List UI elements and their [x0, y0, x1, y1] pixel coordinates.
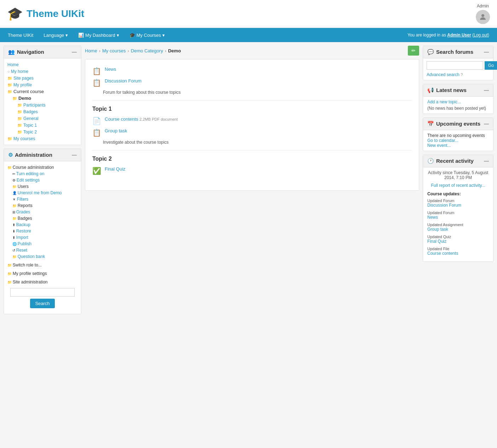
course-section-topic1: Topic 1 📄 Course contents 2.2MB PDF docu… [92, 106, 412, 150]
nav-item-topic2: Topic 2 [7, 128, 77, 135]
breadcrumb-mycourses[interactable]: My courses [102, 48, 126, 53]
search-forums-header: 💬Search forums — [423, 46, 493, 58]
nav-item-currentcourse: Current course [7, 88, 77, 95]
no-news-text: (No news has been posted yet) [427, 106, 486, 111]
navbar-courses[interactable]: 🎓My Courses ▾ [125, 30, 169, 41]
admin-user-link[interactable]: Admin User [447, 33, 471, 38]
admin-link-import[interactable]: Import [16, 235, 28, 240]
nav-link-sitepages[interactable]: Site pages [13, 76, 34, 81]
site-search-input[interactable] [10, 288, 75, 297]
admin-publish: Publish [7, 241, 77, 247]
administration-block-header: ⚙Administration — [4, 149, 81, 161]
nav-link-badges[interactable]: Badges [23, 109, 38, 114]
logo: 🎓 Theme UIKit [7, 6, 84, 21]
site-search-button[interactable]: Search [30, 299, 54, 308]
admin-restore: Restore [7, 228, 77, 234]
admin-link-reset[interactable]: Reset [16, 248, 27, 253]
coursecontents-item-text: Course contents 2.2MB PDF document [105, 116, 178, 122]
admin-grades: Grades [7, 209, 77, 215]
navbar-dashboard[interactable]: 📊My Dashboard ▾ [74, 30, 123, 41]
nav-tree: Home My home Site pages My profile Curre… [7, 61, 77, 142]
breadcrumb-democategory[interactable]: Demo Category [131, 48, 163, 53]
grouptask-desc: Investigate about the course topics [103, 140, 412, 145]
update-item-3: Updated Assignment Group task [427, 223, 489, 232]
navbar-language[interactable]: Language ▾ [39, 30, 72, 41]
breadcrumb-home[interactable]: Home [85, 48, 97, 53]
logout-link[interactable]: Log out [474, 33, 488, 38]
latest-news-minimize[interactable]: — [484, 87, 489, 93]
coursecontents-meta: 2.2MB PDF document [139, 117, 178, 121]
main-layout: 👥Navigation — Home My home Site pages My… [0, 42, 497, 318]
grouptask-link[interactable]: Group task [105, 128, 127, 133]
recent-activity-minimize[interactable]: — [484, 158, 489, 164]
search-forums-minimize[interactable]: — [484, 49, 489, 55]
admin-link-turn-editing[interactable]: Turn editing on [16, 171, 45, 176]
finalquiz-link[interactable]: Final Quiz [105, 166, 126, 172]
admin-link-publish[interactable]: Publish [18, 241, 31, 246]
update-link-3[interactable]: Group task [427, 227, 489, 232]
recent-activity-header: 🕐Recent activity — [423, 155, 493, 167]
search-forums-go-button[interactable]: Go [485, 61, 497, 70]
advanced-search-link[interactable]: Advanced search [427, 72, 460, 77]
nav-link-myhome[interactable]: My home [11, 69, 28, 74]
go-to-calendar-link[interactable]: Go to calendar... [427, 138, 489, 143]
nav-link-participants[interactable]: Participants [23, 103, 46, 108]
nav-link-home[interactable]: Home [7, 62, 19, 67]
navigation-minimize[interactable]: — [72, 49, 77, 55]
update-type-2: Updated Forum [427, 211, 489, 215]
breadcrumb-bar: Home › My courses › Demo Category › Demo… [85, 46, 419, 56]
advanced-search-help-icon: ? [461, 73, 463, 77]
update-link-2[interactable]: News [427, 215, 489, 220]
site-search-area: Search [7, 285, 77, 311]
admin-link-questionbank[interactable]: Question bank [18, 254, 45, 259]
nav-item-badges: Badges [7, 108, 77, 115]
full-report-link[interactable]: Full report of recent activity... [427, 183, 489, 188]
admin-link-restore[interactable]: Restore [16, 229, 31, 234]
svg-point-0 [481, 14, 484, 17]
nav-link-myprofile[interactable]: My profile [13, 82, 32, 87]
admin-backup: Backup [7, 222, 77, 228]
admin-link-grades[interactable]: Grades [16, 209, 30, 214]
update-link-5[interactable]: Course contents [427, 251, 489, 256]
navbar: Theme UIKit Language ▾ 📊My Dashboard ▾ 🎓… [0, 28, 497, 42]
admin-link-unenrol[interactable]: Unenrol me from Demo [18, 190, 62, 195]
megaphone-icon: 📢 [427, 87, 434, 93]
update-link-1[interactable]: Discussion Forum [427, 203, 489, 208]
admin-link-edit-settings[interactable]: Edit settings [17, 178, 40, 183]
nav-link-general[interactable]: General [23, 116, 39, 121]
nav-link-topic2[interactable]: Topic 2 [23, 130, 37, 134]
navbar-home[interactable]: Theme UIKit [4, 30, 37, 41]
nav-item-mycourses: My courses [7, 135, 77, 142]
search-forums-input[interactable] [427, 61, 483, 70]
admin-link-filters[interactable]: Filters [17, 197, 29, 202]
recent-activity-content: Activity since Tuesday, 5 August 2014, 7… [423, 167, 493, 262]
discussion-icon: 📋 [92, 79, 101, 87]
nav-link-mycourses[interactable]: My courses [13, 136, 35, 141]
administration-minimize[interactable]: — [72, 152, 77, 158]
latest-news-header: 📢Latest news — [423, 84, 493, 97]
new-event-link[interactable]: New event... [427, 143, 489, 148]
update-link-4[interactable]: Final Quiz [427, 239, 489, 244]
admin-icon: ⚙ [8, 152, 13, 158]
calendar-icon: 📅 [427, 121, 434, 127]
discussion-item-text: Discussion Forum [105, 78, 141, 84]
nav-link-topic1[interactable]: Topic 1 [23, 123, 37, 128]
coursecontents-link[interactable]: Course contents [105, 116, 138, 122]
admin-badges: Badges [7, 215, 77, 222]
grouptask-item-text: Group task [105, 128, 127, 133]
discussion-link[interactable]: Discussion Forum [105, 78, 141, 84]
navigation-block: 👥Navigation — Home My home Site pages My… [4, 46, 81, 145]
course-item-discussion: 📋 Discussion Forum [92, 78, 412, 87]
add-new-topic-link[interactable]: Add a new topic... [427, 99, 489, 104]
news-icon: 📋 [92, 67, 101, 75]
update-item-2: Updated Forum News [427, 211, 489, 220]
upcoming-events-minimize[interactable]: — [484, 121, 489, 127]
news-link[interactable]: News [105, 67, 116, 72]
admin-link-backup[interactable]: Backup [16, 222, 30, 227]
navbar-right: You are logged in as Admin User (Log out… [403, 30, 493, 40]
course-content-block: 📋 News 📋 Discussion Forum Forum for talk… [85, 59, 419, 191]
news-item-text: News [105, 67, 116, 72]
update-type-1: Updated Forum [427, 199, 489, 203]
recent-activity-block: 🕐Recent activity — Activity since Tuesda… [423, 155, 493, 262]
edit-page-button[interactable]: ✏ [408, 46, 419, 56]
